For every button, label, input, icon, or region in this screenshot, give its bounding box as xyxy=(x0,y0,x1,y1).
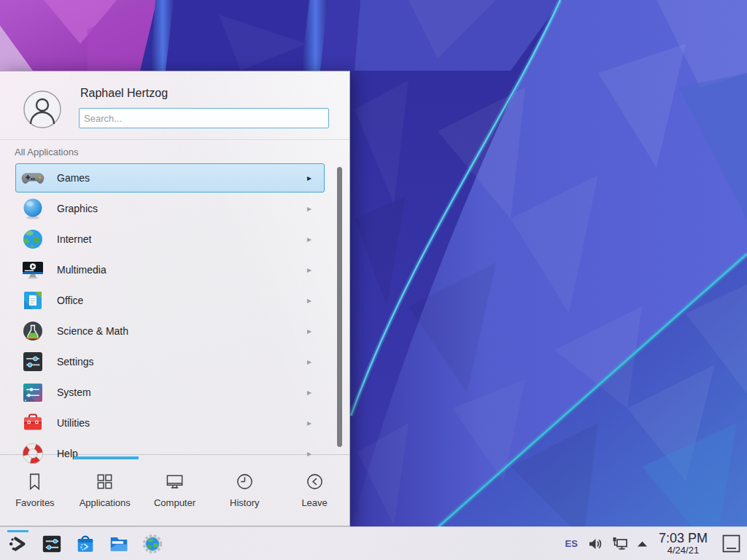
volume-icon[interactable] xyxy=(587,535,604,553)
office-icon xyxy=(21,289,44,312)
user-name: Raphael Hertzog xyxy=(80,87,168,100)
tab-computer[interactable]: Computer xyxy=(140,460,210,527)
expand-tray-icon[interactable] xyxy=(635,539,649,549)
search-input[interactable] xyxy=(79,108,329,128)
tab-label: History xyxy=(230,497,259,508)
browser-globe-icon xyxy=(142,533,163,555)
category-label: Science & Math xyxy=(57,316,128,346)
tab-label: Applications xyxy=(80,497,131,508)
application-launcher-button[interactable] xyxy=(7,529,30,559)
network-icon[interactable] xyxy=(611,535,629,553)
utilities-icon xyxy=(21,411,44,435)
file-manager-launcher[interactable] xyxy=(107,529,131,559)
multimedia-icon xyxy=(21,258,44,281)
chevron-right-icon: ▸ xyxy=(307,285,311,316)
system-icon xyxy=(21,381,44,404)
keyboard-layout-indicator[interactable]: ES xyxy=(563,538,580,549)
category-row-office[interactable]: Office ▸ xyxy=(0,285,350,316)
launcher-tabbar: Favorites Applications Computer xyxy=(0,460,349,527)
tab-label: Favorites xyxy=(15,497,54,508)
active-launcher-indicator xyxy=(7,530,28,532)
clock-date: 4/24/21 xyxy=(667,545,699,556)
internet-icon xyxy=(21,228,44,251)
graphics-icon xyxy=(21,197,44,220)
web-browser-launcher[interactable] xyxy=(141,529,164,559)
chevron-right-icon: ▸ xyxy=(307,193,311,224)
active-tab-indicator xyxy=(74,456,139,459)
application-launcher-menu: Raphael Hertzog All Applications xyxy=(0,71,350,526)
category-label: Settings xyxy=(57,346,94,377)
tab-history[interactable]: History xyxy=(209,460,279,527)
discover-launcher[interactable] xyxy=(74,529,97,559)
taskbar-launchers xyxy=(0,529,164,559)
tab-favorites[interactable]: Favorites xyxy=(0,460,70,527)
chevron-right-icon: ▸ xyxy=(307,377,311,408)
category-row-settings[interactable]: Settings ▸ xyxy=(0,346,350,377)
category-row-multimedia[interactable]: Multimedia ▸ xyxy=(0,254,350,285)
bookmark-icon xyxy=(25,472,44,491)
digital-clock[interactable]: 7:03 PM 4/24/21 xyxy=(659,532,708,556)
section-label: All Applications xyxy=(15,147,78,158)
category-label: Office xyxy=(57,285,83,316)
computer-icon xyxy=(165,472,185,491)
category-label: Multimedia xyxy=(57,254,107,285)
category-label: Games xyxy=(57,163,90,193)
launcher-header: Raphael Hertzog xyxy=(0,71,349,139)
system-settings-launcher[interactable] xyxy=(40,529,63,559)
desktop: Raphael Hertzog All Applications xyxy=(0,0,747,560)
user-avatar[interactable] xyxy=(23,90,61,128)
tab-label: Leave xyxy=(301,497,327,508)
clock-icon xyxy=(235,472,255,491)
tab-label: Computer xyxy=(154,497,196,508)
category-label: Graphics xyxy=(57,193,98,224)
category-row-graphics[interactable]: Graphics ▸ xyxy=(0,193,350,224)
tab-leave[interactable]: Leave xyxy=(279,460,349,527)
chevron-right-icon: ▸ xyxy=(307,224,311,254)
science-math-icon xyxy=(21,319,44,343)
category-row-utilities[interactable]: Utilities ▸ xyxy=(0,408,350,438)
chevron-right-icon: ▸ xyxy=(307,163,311,193)
category-row-internet[interactable]: Internet ▸ xyxy=(0,224,350,254)
category-label: Internet xyxy=(57,224,91,254)
leave-icon xyxy=(305,472,325,491)
system-settings-icon xyxy=(41,533,63,555)
category-label: System xyxy=(57,377,91,408)
show-desktop-button[interactable] xyxy=(721,534,741,553)
tab-applications[interactable]: Applications xyxy=(70,460,140,527)
category-label: Utilities xyxy=(57,408,90,438)
system-tray: ES 7:03 PM 4/24/21 xyxy=(563,532,747,556)
taskbar-panel: ES 7:03 PM 4/24/21 xyxy=(0,526,747,560)
games-icon xyxy=(21,166,44,190)
chevron-right-icon: ▸ xyxy=(307,316,311,346)
category-row-system[interactable]: System ▸ xyxy=(0,377,350,408)
dolphin-folder-icon xyxy=(108,533,130,555)
grid-icon xyxy=(95,472,115,491)
clock-time: 7:03 PM xyxy=(659,532,708,545)
settings-icon xyxy=(21,350,44,373)
discover-icon xyxy=(74,533,96,555)
category-row-games[interactable]: Games ▸ xyxy=(0,163,350,193)
kde-kickoff-icon xyxy=(7,533,29,555)
list-scrollbar[interactable] xyxy=(337,167,342,447)
chevron-right-icon: ▸ xyxy=(307,408,311,438)
category-list: Games ▸ Graphics ▸ xyxy=(0,163,350,464)
header-divider xyxy=(0,139,349,140)
category-row-science-math[interactable]: Science & Math ▸ xyxy=(0,316,350,346)
chevron-right-icon: ▸ xyxy=(307,346,311,377)
chevron-right-icon: ▸ xyxy=(307,254,311,285)
